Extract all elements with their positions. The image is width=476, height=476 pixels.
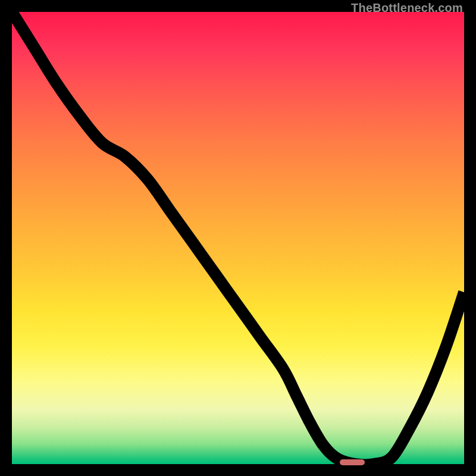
optimal-range-marker xyxy=(340,459,365,465)
bottleneck-curve xyxy=(12,12,464,464)
chart-frame: TheBottleneck.com xyxy=(0,0,476,476)
plot-area xyxy=(12,12,464,464)
watermark-text: TheBottleneck.com xyxy=(351,1,463,15)
